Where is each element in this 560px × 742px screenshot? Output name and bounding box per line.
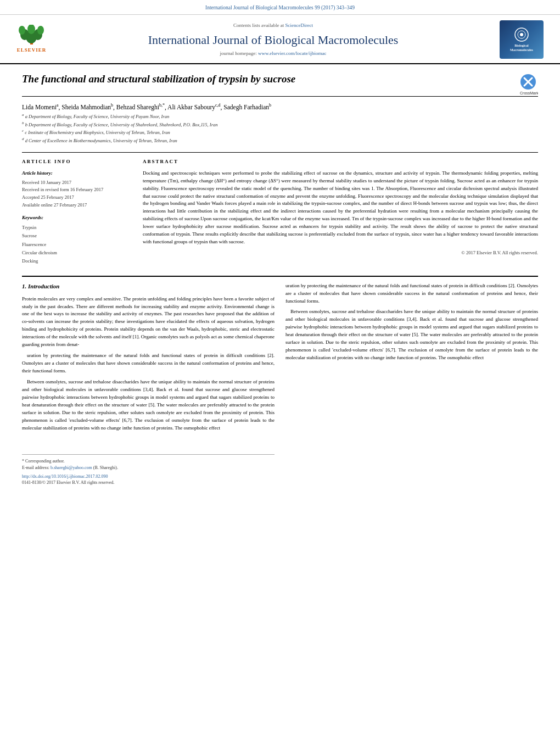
authors-section: Lida Momenia, Sheida Mahmodianb, Behzad …: [22, 102, 538, 144]
content-right-col: uration by protecting the maintenance of…: [285, 282, 538, 486]
journal-logo-box: BiologicalMacromolecules: [500, 20, 544, 59]
crossmark-badge: CrossMark: [519, 72, 538, 92]
copyright-line: © 2017 Elsevier B.V. All rights reserved…: [143, 249, 538, 256]
intro-left-text: Protein molecules are very complex and s…: [22, 295, 275, 432]
available-date: Available online 27 February 2017: [22, 202, 132, 209]
keyword-fluarescence: Fluarescence: [22, 241, 132, 249]
article-title-section: The functional and structural stabilizat…: [22, 72, 538, 97]
affiliation-c: c c Institute of Biochemistry and Biophy…: [22, 128, 538, 136]
main-content-section: 1. Introduction Protein molecules are ve…: [22, 276, 538, 486]
affiliation-d: d d Center of Excellence in Biothermodyn…: [22, 136, 538, 144]
article-body: The functional and structural stabilizat…: [0, 64, 560, 497]
intro-para-2: uration by protecting the maintenance of…: [22, 352, 275, 375]
journal-citation: International Journal of Biological Macr…: [205, 5, 355, 10]
svg-point-9: [520, 33, 523, 36]
content-left-col: 1. Introduction Protein molecules are ve…: [22, 282, 275, 486]
homepage-url[interactable]: www.elsevier.com/locate/ijbiomac: [258, 51, 326, 56]
journal-title: International Journal of Biological Macr…: [58, 31, 489, 49]
abstract-text: Docking and spectroscopic techniques wer…: [143, 170, 538, 246]
sciencedirect-link: Contents lists available at ScienceDirec…: [58, 22, 489, 29]
accepted-date: Accepted 25 February 2017: [22, 194, 132, 202]
email-address: b.shareghi@yahoo.com: [51, 465, 92, 470]
svg-text:CrossMark: CrossMark: [520, 91, 538, 95]
affiliation-b: b b Department of Biology, Faculty of Sc…: [22, 120, 538, 129]
intro-right-text: uration by protecting the maintenance of…: [285, 282, 538, 362]
right-para-1: uration by protecting the maintenance of…: [285, 282, 538, 305]
keywords-label: Keywords:: [22, 214, 132, 221]
keyword-trypsin: Trypsin: [22, 224, 132, 232]
keywords-list: Trypsin Sucrose Fluarescence Circular di…: [22, 224, 132, 265]
right-para-2: Between osmolytes, sucrose and trehalose…: [285, 308, 538, 362]
abstract-col: ABSTRACT Docking and spectroscopic techn…: [143, 158, 538, 266]
journal-header: ELSEVIER Contents lists available at Sci…: [0, 15, 560, 64]
journal-top-bar: International Journal of Biological Macr…: [0, 0, 560, 15]
received-revised-date: Received in revised form 16 February 201…: [22, 186, 132, 194]
sciencedirect-link-text[interactable]: ScienceDirect: [285, 23, 313, 28]
doi-line: http://dx.doi.org/10.1016/j.ijbiomac.201…: [22, 473, 275, 480]
email-note: E-mail address: b.shareghi@yahoo.com (B.…: [22, 465, 275, 471]
svg-point-4: [19, 26, 25, 35]
elsevier-label: ELSEVIER: [17, 47, 47, 54]
journal-homepage: journal homepage: www.elsevier.com/locat…: [58, 50, 489, 57]
keyword-sucrose: Sucrose: [22, 232, 132, 240]
elsevier-tree-icon: [16, 25, 47, 46]
intro-para-1: Protein molecules are very complex and s…: [22, 295, 275, 349]
article-history-label: Article history:: [22, 170, 132, 177]
article-info-abstract-section: ARTICLE INFO Article history: Received 1…: [22, 152, 538, 266]
intro-para-3: Between osmolytes, sucrose and trehalose…: [22, 378, 275, 432]
article-info-col: ARTICLE INFO Article history: Received 1…: [22, 158, 132, 266]
affiliation-a: a a Department of Biology, Faculty of Sc…: [22, 112, 538, 120]
abstract-heading: ABSTRACT: [143, 158, 538, 165]
journal-header-center: Contents lists available at ScienceDirec…: [47, 22, 500, 57]
journal-logo-text: BiologicalMacromolecules: [510, 44, 533, 53]
journal-logo-icon: [513, 26, 530, 43]
svg-point-5: [37, 26, 44, 35]
article-title: The functional and structural stabilizat…: [22, 72, 519, 86]
authors-line: Lida Momenia, Sheida Mahmodianb, Behzad …: [22, 102, 538, 112]
footnote-area: * Corresponding author. E-mail address: …: [22, 454, 275, 486]
keyword-circular-dichroism: Circular dichroism: [22, 249, 132, 257]
corresponding-note: * Corresponding author.: [22, 458, 275, 465]
received-date: Received 10 January 2017: [22, 179, 132, 187]
article-info-heading: ARTICLE INFO: [22, 158, 132, 165]
crossmark-icon: CrossMark: [519, 72, 538, 97]
page-container: International Journal of Biological Macr…: [0, 0, 560, 742]
keyword-docking: Docking: [22, 257, 132, 265]
elsevier-logo-area: ELSEVIER: [16, 25, 47, 54]
issn-line: 0141-8130/© 2017 Elsevier B.V. All right…: [22, 479, 275, 486]
intro-heading: 1. Introduction: [22, 282, 275, 291]
